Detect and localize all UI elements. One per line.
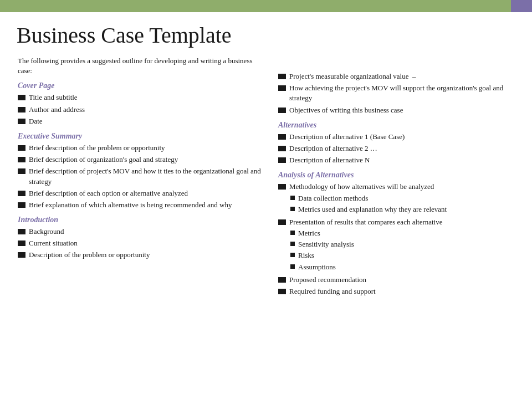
list-item: Brief explanation of which alternative i… — [18, 200, 262, 210]
bullet-icon — [278, 184, 286, 190]
list-item: Data collection methods — [290, 193, 447, 203]
sub-list: Data collection methods Metrics used and… — [278, 193, 447, 216]
small-bullet-icon — [290, 231, 295, 235]
bullet-icon — [278, 219, 286, 225]
top-bar-purple — [511, 0, 532, 12]
list-item: How achieving the project's MOV will sup… — [278, 83, 514, 103]
list-item: Description of the problem or opportunit… — [18, 250, 262, 260]
list-item: Sensitivity analysis — [290, 239, 354, 249]
list-item: Brief description of organization's goal… — [18, 155, 262, 165]
bullet-icon — [278, 85, 286, 91]
executive-summary-list: Brief description of the problem or oppo… — [18, 143, 262, 210]
list-item: Project's measurable organizational valu… — [278, 71, 514, 81]
list-item: Title and subtitle — [18, 93, 262, 103]
analysis-list: Methodology of how alternatives will be … — [278, 182, 514, 296]
list-item: Author and address — [18, 105, 262, 115]
cover-page-list: Title and subtitle Author and address Da… — [18, 93, 262, 126]
list-item: Metrics — [290, 228, 354, 238]
two-column-layout: The following provides a suggested outli… — [18, 56, 514, 299]
bullet-icon — [278, 277, 286, 283]
analysis-heading: Analysis of Alternatives — [278, 171, 514, 180]
left-column: The following provides a suggested outli… — [18, 56, 273, 299]
sub-list: Metrics Sensitivity analysis Risks Assum… — [278, 228, 354, 273]
alternatives-heading: Alternatives — [278, 121, 514, 130]
list-item: Presentation of results that compares ea… — [278, 217, 514, 273]
list-item: Date — [18, 116, 262, 126]
list-item: Brief description of project's MOV and h… — [18, 166, 262, 186]
bullet-icon — [278, 134, 286, 140]
list-item: Metrics used and explanation why they ar… — [290, 204, 447, 214]
list-item: Risks — [290, 250, 354, 260]
right-column: Project's measurable organizational valu… — [273, 56, 514, 299]
section-alternatives: Alternatives Description of alternative … — [278, 121, 514, 166]
small-bullet-icon — [290, 264, 295, 269]
bullet-icon — [18, 252, 25, 258]
top-bar-green — [0, 0, 511, 12]
small-bullet-icon — [290, 196, 295, 200]
intro-text: The following provides a suggested outli… — [18, 56, 262, 76]
list-item: Brief description of each option or alte… — [18, 188, 262, 198]
bullet-icon — [18, 241, 25, 246]
bullet-icon — [278, 289, 286, 294]
bullet-icon — [18, 145, 25, 151]
small-bullet-icon — [290, 207, 295, 211]
list-item: Description of alternative N — [278, 155, 514, 165]
small-bullet-icon — [290, 242, 295, 246]
list-item: Background — [18, 227, 262, 237]
list-item: Description of alternative 2 … — [278, 144, 514, 154]
section-cover-page: Cover Page Title and subtitle Author and… — [18, 81, 262, 126]
list-item: Proposed recommendation — [278, 275, 514, 285]
right-intro-list: Project's measurable organizational valu… — [278, 71, 514, 115]
list-item: Required funding and support — [278, 287, 514, 296]
page-content: Business Case Template The following pro… — [0, 12, 532, 309]
list-item: Methodology of how alternatives will be … — [278, 182, 514, 216]
cover-page-heading: Cover Page — [18, 81, 262, 90]
list-item: Assumptions — [290, 262, 354, 272]
section-introduction: Introduction Background Current situatio… — [18, 216, 262, 260]
bullet-icon — [18, 168, 25, 174]
bullet-icon — [278, 108, 286, 113]
list-item: Description of alternative 1 (Base Case) — [278, 132, 514, 142]
bullet-icon — [18, 107, 25, 112]
bullet-icon — [18, 95, 25, 100]
list-item: Brief description of the problem or oppo… — [18, 143, 262, 153]
section-analysis-of-alternatives: Analysis of Alternatives Methodology of … — [278, 171, 514, 296]
top-bar — [0, 0, 532, 12]
bullet-icon — [278, 74, 286, 79]
section-executive-summary: Executive Summary Brief description of t… — [18, 132, 262, 210]
bullet-icon — [18, 229, 25, 234]
introduction-heading: Introduction — [18, 216, 262, 224]
small-bullet-icon — [290, 253, 295, 257]
list-item: Current situation — [18, 238, 262, 248]
alternatives-list: Description of alternative 1 (Base Case)… — [278, 132, 514, 166]
bullet-icon — [18, 157, 25, 162]
bullet-icon — [278, 157, 286, 163]
list-item: Objectives of writing this business case — [278, 105, 514, 115]
bullet-icon — [278, 146, 286, 151]
introduction-list: Background Current situation Description… — [18, 227, 262, 260]
bullet-icon — [18, 191, 25, 196]
bullet-icon — [18, 119, 25, 124]
executive-summary-heading: Executive Summary — [18, 132, 262, 141]
bullet-icon — [18, 202, 25, 208]
page-title: Business Case Template — [17, 22, 514, 48]
